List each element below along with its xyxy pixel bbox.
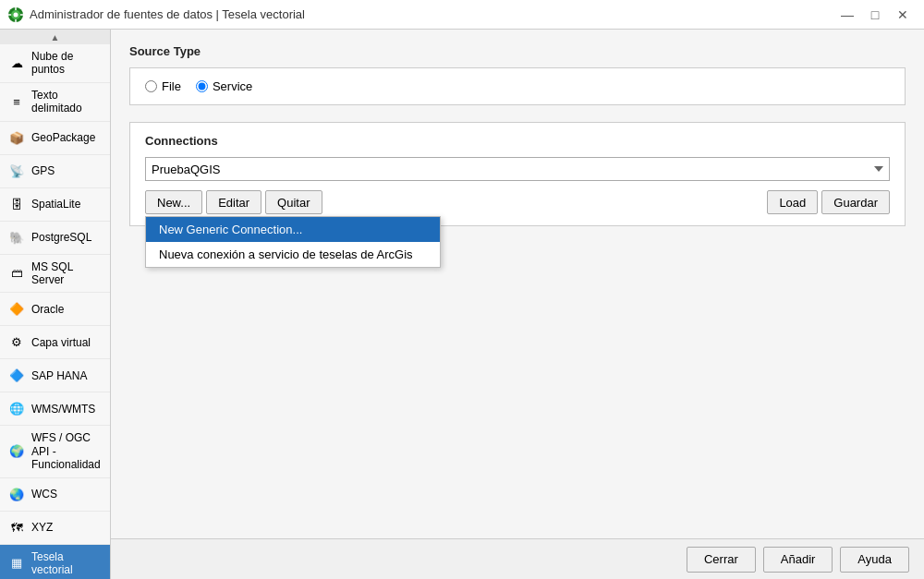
sidebar-item-wms-wmts[interactable]: 🌐WMS/WMTS (0, 392, 110, 426)
sidebar-item-geopackage[interactable]: 📦GeoPackage (0, 122, 110, 155)
svg-point-2 (14, 12, 18, 17)
sidebar-item-label: WMS/WMTS (31, 403, 95, 416)
radio-file[interactable]: File (145, 79, 181, 93)
virtual-icon: ⚙ (7, 333, 26, 352)
dropdown-menu: New Generic Connection... Nueva conexión… (145, 216, 441, 268)
button-row: New... Editar Quitar Load Guardar New Ge… (145, 190, 890, 214)
radio-file-label: File (162, 79, 181, 93)
sidebar-item-xyz[interactable]: 🗺XYZ (0, 512, 110, 545)
connections-box: Connections PruebaQGIS New... Editar Qui… (129, 122, 906, 226)
xyz-icon: 🗺 (7, 518, 26, 537)
radio-service-label: Service (213, 79, 252, 93)
sidebar-item-label: WCS (31, 488, 57, 501)
sidebar-item-label: GeoPackage (31, 131, 95, 144)
title-bar: Administrador de fuentes de datos | Tese… (0, 0, 924, 30)
sidebar-item-sap-hana[interactable]: 🔷SAP HANA (0, 359, 110, 392)
save-button[interactable]: Guardar (821, 190, 890, 214)
close-button[interactable]: ✕ (889, 2, 917, 28)
geo-icon: 📦 (7, 128, 26, 147)
sidebar-item-nube-puntos[interactable]: ☁Nube de puntos (0, 44, 110, 83)
help-button[interactable]: Ayuda (840, 547, 909, 573)
dropdown-item-arcgis[interactable]: Nueva conexión a servicio de teselas de … (146, 242, 440, 267)
source-type-box: File Service (129, 67, 906, 105)
load-button[interactable]: Load (767, 190, 818, 214)
sidebar-item-oracle[interactable]: 🔶Oracle (0, 293, 110, 326)
connection-select-row: PruebaQGIS (145, 157, 890, 181)
gps-icon: 📡 (7, 162, 26, 180)
sidebar-item-wcs[interactable]: 🌏WCS (0, 478, 110, 512)
window-title: Administrador de fuentes de datos | Tese… (30, 7, 305, 21)
window-controls: — □ ✕ (833, 2, 917, 28)
spatialite-icon: 🗄 (7, 195, 26, 213)
mssql-icon: 🗃 (7, 264, 26, 283)
edit-button[interactable]: Editar (206, 190, 261, 214)
radio-service-input[interactable] (196, 80, 208, 92)
dropdown-item-generic[interactable]: New Generic Connection... (146, 217, 440, 242)
add-button[interactable]: Añadir (763, 547, 833, 573)
sidebar-item-label: XYZ (31, 521, 53, 534)
radio-file-input[interactable] (145, 80, 157, 92)
close-dialog-button[interactable]: Cerrar (687, 547, 756, 573)
sidebar-item-tesela-vectorial[interactable]: ▦Tesela vectorial (0, 545, 110, 579)
sidebar-item-capa-virtual[interactable]: ⚙Capa virtual (0, 326, 110, 359)
wfs-icon: 🌍 (7, 442, 26, 461)
connections-title: Connections (145, 134, 890, 148)
sidebar-item-postgresql[interactable]: 🐘PostgreSQL (0, 222, 110, 255)
sap-icon: 🔷 (7, 367, 26, 385)
content-area: Source Type File Service Connections (111, 30, 924, 579)
sidebar-item-wfs-ogc[interactable]: 🌍WFS / OGC API - Funcionalidad (0, 426, 110, 477)
sidebar-item-label: Texto delimitado (31, 89, 103, 115)
connection-select[interactable]: PruebaQGIS (145, 157, 890, 181)
tesela-icon: ▦ (7, 554, 26, 573)
wcs-icon: 🌏 (7, 485, 26, 503)
source-type-title: Source Type (129, 44, 906, 58)
sidebar-item-spatialite[interactable]: 🗄SpatiaLite (0, 188, 110, 222)
sidebar-item-label: WFS / OGC API - Funcionalidad (31, 431, 103, 471)
text-icon: ≡ (7, 92, 26, 111)
radio-group: File Service (145, 79, 890, 93)
sidebar-items: ☁Nube de puntos≡Texto delimitado📦GeoPack… (0, 44, 110, 579)
sidebar-item-texto-delimitado[interactable]: ≡Texto delimitado (0, 83, 110, 122)
radio-service[interactable]: Service (196, 79, 252, 93)
sidebar-item-label: GPS (31, 164, 55, 177)
sidebar-item-label: Oracle (31, 303, 64, 316)
sidebar-item-label: PostgreSQL (31, 231, 91, 244)
main-layout: ▲ ☁Nube de puntos≡Texto delimitado📦GeoPa… (0, 30, 924, 579)
sidebar-item-label: Capa virtual (31, 336, 91, 349)
pg-icon: 🐘 (7, 228, 26, 247)
sidebar-item-label: Nube de puntos (31, 50, 103, 77)
sidebar-scroll-up[interactable]: ▲ (0, 30, 110, 44)
sidebar-item-label: SpatiaLite (31, 198, 80, 211)
cloud-icon: ☁ (7, 54, 26, 72)
sidebar-item-label: MS SQL Server (31, 260, 103, 287)
sidebar-item-label: Tesela vectorial (31, 550, 103, 577)
sidebar-item-gps[interactable]: 📡GPS (0, 155, 110, 188)
new-button[interactable]: New... (145, 190, 202, 214)
wms-icon: 🌐 (7, 400, 26, 418)
bottom-bar: Cerrar Añadir Ayuda (111, 538, 924, 579)
qgis-icon (7, 6, 24, 23)
maximize-button[interactable]: □ (861, 2, 889, 28)
oracle-icon: 🔶 (7, 300, 26, 319)
title-bar-left: Administrador de fuentes de datos | Tese… (7, 6, 305, 23)
sidebar: ▲ ☁Nube de puntos≡Texto delimitado📦GeoPa… (0, 30, 111, 579)
sidebar-item-mssql[interactable]: 🗃MS SQL Server (0, 255, 110, 294)
content-inner: Source Type File Service Connections (111, 30, 924, 538)
sidebar-item-label: SAP HANA (31, 369, 87, 382)
remove-button[interactable]: Quitar (265, 190, 322, 214)
minimize-button[interactable]: — (833, 2, 861, 28)
